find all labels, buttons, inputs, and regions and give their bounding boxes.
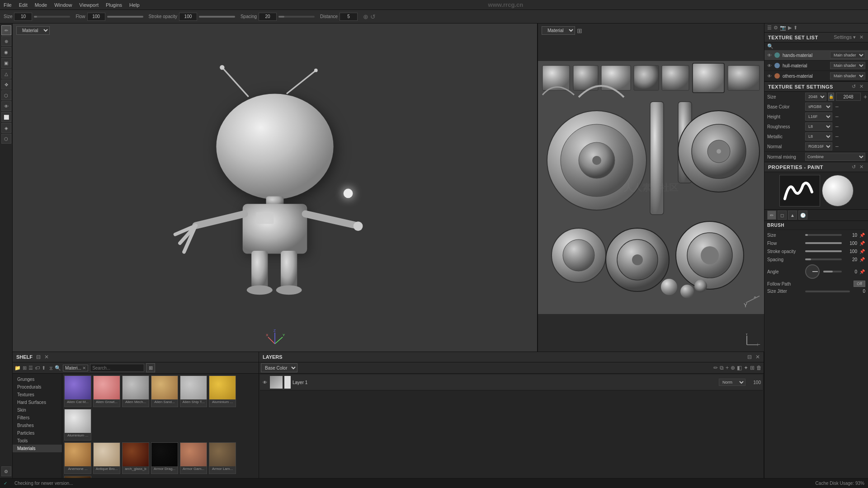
brush-spacing-pin-btn[interactable]: 📌 [859, 256, 865, 263]
right-camera-icon[interactable]: 📷 [780, 25, 786, 31]
cat-skin[interactable]: Skin [13, 406, 62, 414]
spacing-slider[interactable] [278, 16, 315, 18]
tool-settings[interactable]: ⚙ [1, 466, 11, 476]
brush-flow-slider[interactable] [805, 242, 842, 244]
layers-add-icon[interactable]: + [726, 365, 729, 371]
tool-fill[interactable]: ▣ [1, 58, 11, 68]
tool-bake[interactable]: ⬡ [1, 134, 11, 144]
cat-brushes[interactable]: Brushes [13, 422, 62, 429]
texture-set-search-icon[interactable]: 🔍 [767, 43, 774, 49]
channel-roughness-format[interactable]: L8 [805, 122, 832, 131]
mat-row-others[interactable]: 👁 others-material Main shader [764, 71, 868, 81]
tool-eraser[interactable]: ⬜ [1, 112, 11, 122]
mat-vis-hull[interactable]: 👁 [767, 63, 772, 68]
brush-size-jitter-slider[interactable] [805, 291, 850, 292]
shelf-item-6[interactable]: Aluminium ... [209, 375, 236, 407]
layers-copy-icon[interactable]: ⧉ [720, 365, 724, 371]
shelf-search-input[interactable] [90, 364, 144, 372]
shelf-item-9[interactable]: Antique Bro... [93, 442, 120, 474]
properties-paint-refresh-btn[interactable]: ↺ [851, 164, 857, 170]
channel-height-remove[interactable]: − [835, 113, 839, 120]
tool-move[interactable]: ✥ [1, 80, 11, 89]
menu-window[interactable]: Window [54, 2, 72, 8]
shelf-grid-icon[interactable]: ⊞ [23, 365, 27, 371]
shelf-item-1[interactable]: Alien Cat M... [64, 375, 91, 407]
tool-smudge[interactable]: ⊕ [1, 36, 11, 46]
distance-input[interactable] [340, 13, 358, 21]
brush-mode-clock[interactable]: 🕐 [798, 211, 807, 220]
size-input[interactable] [14, 13, 32, 21]
channel-base-color-remove[interactable]: − [835, 103, 839, 110]
viewport-2d-dropdown[interactable]: Material [542, 26, 575, 35]
mat-vis-hands[interactable]: 👁 [767, 53, 772, 58]
cat-procedurals[interactable]: Procedurals [13, 383, 62, 391]
properties-paint-close-btn[interactable]: ✕ [859, 164, 864, 170]
cat-tools[interactable]: Tools [13, 437, 62, 445]
layer-row-1[interactable]: 👁 Layer 1 Norm Multiply Screen 100 [260, 375, 763, 390]
spacing-input[interactable] [259, 13, 277, 21]
mat-vis-others[interactable]: 👁 [767, 74, 772, 79]
right-render-icon[interactable]: ▶ [788, 25, 792, 31]
layer-blend-select[interactable]: Norm Multiply Screen [719, 379, 745, 386]
brush-stroke-opacity-slider[interactable] [805, 250, 842, 252]
shelf-item-3[interactable]: Alien Mech... [122, 375, 149, 407]
menu-viewport[interactable]: Viewport [79, 2, 99, 8]
shelf-item-10[interactable]: arch_glass_b [122, 442, 149, 474]
layers-maximize-btn[interactable]: ⊟ [747, 354, 752, 360]
shelf-search-icon[interactable]: 🔍 [55, 365, 61, 371]
flow-input[interactable] [87, 13, 105, 21]
cat-filters[interactable]: Filters [13, 414, 62, 422]
shelf-item-7[interactable]: Aluminium ... [64, 409, 91, 441]
tex-add-channel-btn[interactable]: + [863, 93, 867, 100]
menu-edit[interactable]: Edit [19, 2, 28, 8]
layers-merge-icon[interactable]: ⊞ [750, 365, 755, 371]
cat-textures[interactable]: Textures [13, 391, 62, 399]
mat-shader-hull[interactable]: Main shader [830, 62, 865, 69]
tool-paint[interactable]: ✏ [1, 25, 11, 35]
viewport-3d-dropdown[interactable]: Material [16, 26, 50, 35]
brush-follow-path-toggle[interactable]: Off [854, 281, 865, 287]
texture-set-list-settings-btn[interactable]: Settings ▾ [833, 34, 857, 40]
layers-group-icon[interactable]: ⊕ [731, 365, 735, 371]
shelf-item-5[interactable]: Alien Ship T... [180, 375, 207, 407]
channel-normal-remove[interactable]: − [835, 143, 839, 150]
mat-row-hull[interactable]: 👁 hull-material Main shader [764, 61, 868, 71]
right-export-icon[interactable]: ⬆ [793, 25, 797, 31]
cat-particles[interactable]: Particles [13, 429, 62, 437]
brush-mode-height[interactable]: ▲ [788, 211, 797, 220]
layers-effect-icon[interactable]: ✦ [744, 365, 748, 371]
tool-geometry[interactable]: △ [1, 69, 11, 79]
channel-normal-format[interactable]: RGB16F [805, 142, 832, 150]
texture-set-list-close-btn[interactable]: ✕ [859, 34, 864, 40]
size-slider[interactable] [34, 16, 70, 18]
tool-select[interactable]: ⬡ [1, 90, 11, 100]
cat-hard-surfaces[interactable]: Hard Surfaces [13, 399, 62, 406]
brush-angle-dial[interactable] [805, 264, 820, 279]
tex-size-input[interactable] [836, 93, 861, 101]
shelf-upload-icon[interactable]: ⬆ [42, 365, 46, 371]
right-settings-icon[interactable]: ⚙ [774, 25, 778, 31]
normal-mixing-dropdown[interactable]: Combine Replace [805, 153, 865, 161]
viewport-2d[interactable]: Material ⊞ 人人素材社区 [538, 23, 764, 352]
stroke-opacity-slider[interactable] [199, 16, 235, 18]
shelf-list-icon[interactable]: ☰ [28, 365, 33, 371]
mat-row-hands[interactable]: 👁 hands-material Main shader [764, 50, 868, 61]
brush-size-pin-btn[interactable]: 📌 [859, 232, 865, 238]
shelf-item-12[interactable]: Armor Gam... [180, 442, 207, 474]
tool-eye[interactable]: 👁 [1, 101, 11, 111]
layer-channel-dropdown[interactable]: Base Color Height Roughness Metallic Nor… [261, 363, 297, 372]
mat-shader-others[interactable]: Main shader [830, 72, 865, 80]
shelf-item-2[interactable]: Alien Growt... [93, 375, 120, 407]
menu-mode[interactable]: Mode [35, 2, 47, 8]
channel-height-format[interactable]: L16F [805, 113, 832, 121]
right-layers-icon[interactable]: ☰ [767, 25, 772, 31]
shelf-item-8[interactable]: Anemone ... [64, 442, 91, 474]
flow-slider[interactable] [107, 16, 143, 18]
brush-size-slider[interactable] [805, 234, 842, 236]
tool-clone[interactable]: ◉ [1, 47, 11, 57]
brush-stroke-opacity-pin-btn[interactable]: 📌 [859, 248, 865, 254]
tex-settings-refresh-btn[interactable]: ↺ [851, 84, 857, 89]
tex-settings-close-btn[interactable]: ✕ [859, 84, 864, 89]
shelf-minimize-btn[interactable]: ✕ [44, 354, 49, 360]
shelf-grid-view-btn[interactable]: ⊞ [146, 363, 155, 372]
